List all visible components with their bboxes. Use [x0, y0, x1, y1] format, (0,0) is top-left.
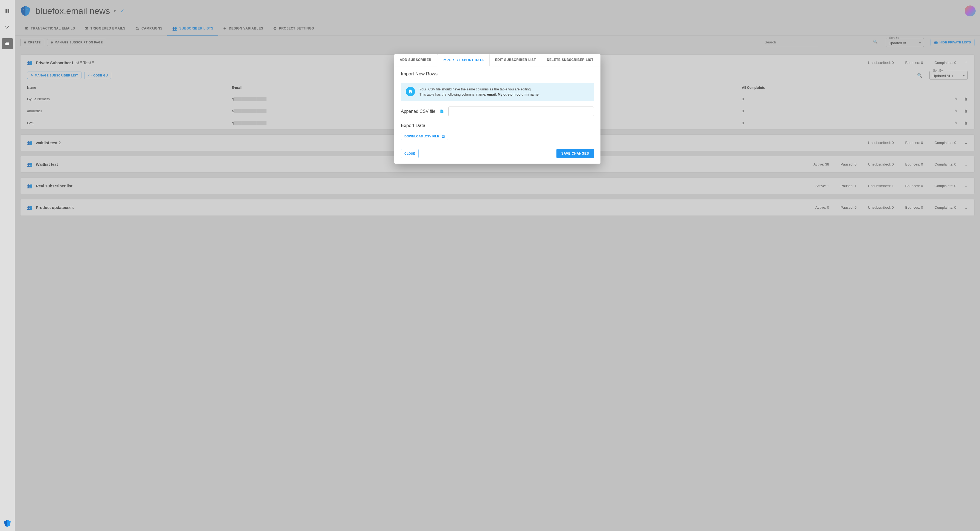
- svg-rect-3: [8, 11, 9, 13]
- file-add-icon[interactable]: [440, 109, 444, 114]
- svg-rect-2: [5, 11, 7, 13]
- svg-rect-0: [5, 9, 7, 11]
- info-line-1: Your .CSV file should have the same colu…: [420, 87, 539, 92]
- modal-overlay: Add Subscriber Import / Export Data Edit…: [15, 0, 980, 531]
- rail-folders-icon[interactable]: [2, 38, 13, 49]
- modal-tab-delete-list[interactable]: Delete Subscriber List: [541, 54, 599, 66]
- download-csv-button[interactable]: Download .CSV File⬓: [401, 133, 448, 140]
- rail-magic-icon[interactable]: [2, 22, 13, 33]
- modal-tab-add-subscriber[interactable]: Add Subscriber: [394, 54, 437, 66]
- left-rail: [0, 0, 15, 531]
- info-box: Your .CSV file should have the same colu…: [401, 83, 594, 101]
- export-section-title: Export Data: [401, 123, 594, 131]
- import-section-title: Import New Rows: [401, 71, 594, 79]
- info-line-2: This table has the following columns: na…: [420, 92, 539, 97]
- import-export-modal: Add Subscriber Import / Export Data Edit…: [394, 54, 600, 163]
- rail-dashboard-icon[interactable]: [2, 5, 13, 16]
- csv-file-input[interactable]: [449, 106, 594, 116]
- svg-rect-1: [8, 9, 9, 11]
- append-csv-label: Appened CSV file: [401, 109, 435, 114]
- rail-logo: [3, 519, 12, 528]
- download-icon: ⬓: [442, 135, 445, 138]
- file-icon: [406, 87, 415, 96]
- modal-tab-import-export[interactable]: Import / Export Data: [437, 54, 490, 67]
- close-button[interactable]: Close: [401, 149, 418, 158]
- modal-tab-edit-list[interactable]: Edit Subscriber List: [490, 54, 541, 66]
- save-changes-button[interactable]: Save Changes: [557, 149, 594, 158]
